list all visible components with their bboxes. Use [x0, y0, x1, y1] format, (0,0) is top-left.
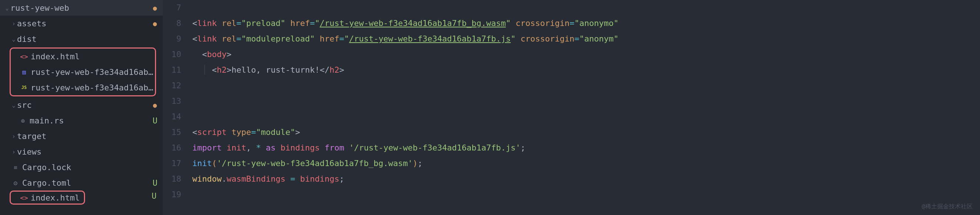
chevron-right-icon: › [10, 148, 17, 155]
file-index-html[interactable]: <> index.html [11, 48, 155, 64]
folder-label: src [17, 101, 152, 110]
html-icon: <> [19, 194, 29, 202]
file-label: Cargo.toml [22, 178, 152, 188]
watermark: @稀土掘金技术社区 [921, 203, 973, 210]
rust-icon: ⊛ [18, 117, 28, 125]
chevron-down-icon: ⌄ [10, 101, 17, 109]
modified-dot-icon: ● [152, 20, 163, 27]
file-label: rust-yew-web-f3e34ad16ab1a7fb.js [31, 83, 155, 92]
file-wasm[interactable]: ▨ rust-yew-web-f3e34ad16ab1a7fb_bg.wasm [11, 64, 155, 80]
folder-label: rust-yew-web [10, 3, 152, 13]
line-gutter: 78910111213141516171819 [163, 0, 192, 215]
chevron-down-icon: ⌄ [10, 35, 17, 43]
file-label: rust-yew-web-f3e34ad16ab1a7fb_bg.wasm [31, 67, 155, 77]
js-icon: JS [19, 85, 29, 90]
folder-assets[interactable]: › assets ● [0, 16, 163, 31]
folder-label: target [17, 132, 152, 141]
folder-views[interactable]: › views [0, 144, 163, 159]
modified-dot-icon: ● [152, 4, 163, 12]
file-label: index.html [31, 52, 155, 61]
folder-src[interactable]: ⌄ src ● [0, 97, 163, 113]
file-cargo-toml[interactable]: ⚙ Cargo.toml U [0, 175, 163, 191]
file-index-html-root[interactable]: <> index.html [10, 191, 85, 205]
file-label: index.html [31, 193, 84, 202]
file-label: Cargo.lock [22, 163, 152, 172]
file-label: main.rs [30, 116, 152, 125]
file-js[interactable]: JS rust-yew-web-f3e34ad16ab1a7fb.js [11, 80, 155, 95]
wasm-icon: ▨ [19, 69, 29, 75]
code-content[interactable]: <link rel="preload" href="/rust-yew-web-… [192, 0, 980, 215]
chevron-right-icon: › [10, 133, 17, 140]
code-editor[interactable]: 78910111213141516171819 <link rel="prelo… [163, 0, 980, 215]
modified-dot-icon: ● [152, 101, 163, 109]
untracked-badge: U [152, 116, 163, 125]
chevron-down-icon: ⌄ [4, 5, 10, 11]
chevron-right-icon: › [10, 20, 17, 27]
folder-label: dist [17, 34, 152, 44]
folder-label: assets [17, 19, 152, 28]
file-main-rs[interactable]: ⊛ main.rs U [0, 113, 163, 128]
root-folder[interactable]: ⌄ rust-yew-web ● [0, 0, 163, 16]
file-cargo-lock[interactable]: ≡ Cargo.lock [0, 159, 163, 175]
untracked-badge: U [152, 178, 163, 188]
lock-icon: ≡ [10, 164, 21, 171]
highlight-annotation: <> index.html ▨ rust-yew-web-f3e34ad16ab… [10, 47, 156, 96]
html-icon: <> [19, 53, 29, 61]
file-explorer: ⌄ rust-yew-web ● › assets ● ⌄ dist <> in… [0, 0, 163, 215]
folder-dist[interactable]: ⌄ dist [0, 31, 163, 47]
folder-label: views [17, 147, 152, 156]
folder-target[interactable]: › target [0, 128, 163, 144]
gear-icon: ⚙ [10, 179, 21, 187]
